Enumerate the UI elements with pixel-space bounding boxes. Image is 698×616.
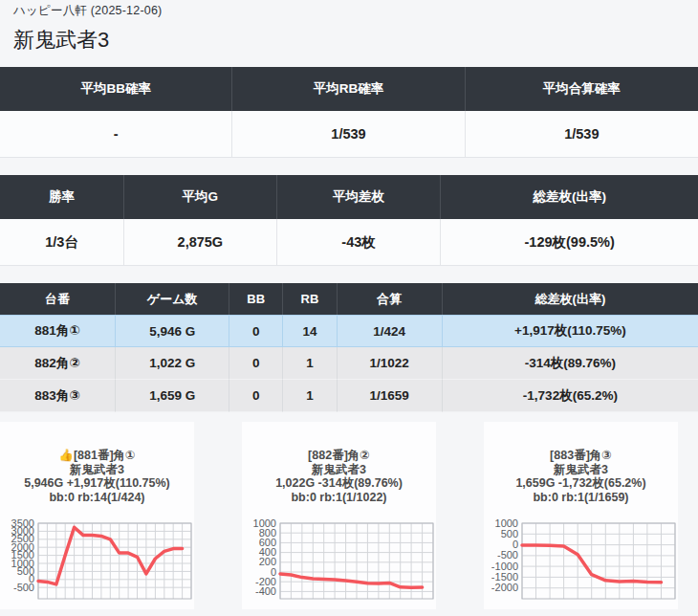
card-machine-name: 新鬼武者3 [0,463,194,477]
column-header: ゲーム数 [116,283,229,315]
diff-medals: +1,917枚(110.75%) [443,315,698,347]
game-count: 1,022 G [116,347,229,380]
combined-rate: 1/1659 [338,380,443,412]
machine-list-table: 台番 ゲーム数 BB RB 合算 総差枚(出率) 881角① 5,946 G 0… [0,283,698,412]
rb-count: 1 [283,347,337,380]
card-stats: 5,946G +1,917枚(110.75%) [0,476,194,491]
combined-rate: 1/1022 [338,347,443,380]
column-header: 総差枚(出率) [443,283,698,315]
avg-combined-probability-value: 1/539 [466,111,698,158]
column-header: BB [229,283,283,315]
probability-summary-table: 平均BB確率 平均RB確率 平均合算確率 - 1/539 1/539 [0,67,698,158]
machine-number: 883角③ [0,380,116,412]
column-header: 平均合算確率 [466,67,698,111]
machine-card-882: [882番]角② 新鬼武者3 1,022G -314枚(89.76%) bb:0… [242,422,436,609]
card-machine-name: 新鬼武者3 [484,463,678,477]
rb-count: 1 [283,380,337,412]
column-header: 平均差枚 [277,175,442,219]
svg-text:-2000: -2000 [491,582,518,593]
avg-diff-medals-value: -43枚 [277,219,442,266]
table-row: 1/3台 2,875G -43枚 -129枚(99.5%) [0,219,698,266]
page-header: ハッピー八軒 (2025-12-06) 新鬼武者3 [0,0,698,55]
column-header: 平均G [124,175,277,219]
slump-graph-883: 10005000-500-1000-1500-2000 [484,517,678,605]
column-header: 平均RB確率 [232,67,465,111]
slump-graph-882: 10008006004002000-200-400 [242,517,436,605]
svg-text:0: 0 [513,539,518,550]
combined-rate: 1/424 [338,315,443,347]
store-date-label: ハッピー八軒 (2025-12-06) [13,3,698,19]
slump-graph-cards: 👍[881番]角① 新鬼武者3 5,946G +1,917枚(110.75%) … [0,422,698,609]
svg-text:-1000: -1000 [491,561,518,572]
card-title: [882番]角② [242,449,436,463]
rb-count: 14 [283,315,337,347]
column-header: 合算 [338,283,443,315]
bb-count: 0 [229,347,283,380]
table-row: - 1/539 1/539 [0,111,698,158]
bb-count: 0 [229,380,283,412]
card-bonus-stats: bb:0 rb:1(1/1659) [484,491,678,505]
diff-medals: -1,732枚(65.2%) [443,380,698,412]
slump-graph-881: 3500300025002000150010005000-500 [0,517,194,605]
avg-rb-probability-value: 1/539 [232,111,465,158]
svg-text:1000: 1000 [495,517,518,529]
card-stats: 1,659G -1,732枚(65.2%) [484,476,678,491]
machine-card-881: 👍[881番]角① 新鬼武者3 5,946G +1,917枚(110.75%) … [0,422,194,609]
column-header: 勝率 [0,175,124,219]
page-title: 新鬼武者3 [13,26,698,55]
svg-text:-1500: -1500 [491,571,518,583]
diff-medals: -314枚(89.76%) [443,347,698,380]
card-bonus-stats: bb:0 rb:1(1/1022) [242,491,436,505]
machine-card-883: [883番]角③ 新鬼武者3 1,659G -1,732枚(65.2%) bb:… [484,422,678,609]
svg-text:500: 500 [501,528,518,539]
machine-row-882[interactable]: 882角② 1,022 G 0 1 1/1022 -314枚(89.76%) [0,347,698,380]
machine-data-page: ハッピー八軒 (2025-12-06) 新鬼武者3 平均BB確率 平均RB確率 … [0,0,698,616]
total-diff-medals-value: -129枚(99.5%) [441,219,698,266]
bb-count: 0 [229,315,283,347]
machine-row-881[interactable]: 881角① 5,946 G 0 14 1/424 +1,917枚(110.75%… [0,315,698,347]
card-bonus-stats: bb:0 rb:14(1/424) [0,491,194,505]
card-stats: 1,022G -314枚(89.76%) [242,476,436,491]
column-header: RB [283,283,337,315]
column-header: 平均BB確率 [0,67,232,111]
avg-bb-probability-value: - [0,111,232,158]
card-machine-name: 新鬼武者3 [242,463,436,477]
column-header: 台番 [0,283,116,315]
column-header: 総差枚(出率) [441,175,698,219]
svg-text:-500: -500 [497,549,518,561]
game-count: 5,946 G [116,315,229,347]
svg-text:-400: -400 [255,585,276,597]
stats-summary-table: 勝率 平均G 平均差枚 総差枚(出率) 1/3台 2,875G -43枚 -12… [0,175,698,266]
svg-text:-500: -500 [13,582,34,593]
avg-games-value: 2,875G [124,219,277,266]
game-count: 1,659 G [116,380,229,412]
machine-number: 881角① [0,315,116,347]
win-rate-value: 1/3台 [0,219,124,266]
card-title: 👍[881番]角① [0,449,194,463]
card-title: [883番]角③ [484,449,678,463]
machine-row-883[interactable]: 883角③ 1,659 G 0 1 1/1659 -1,732枚(65.2%) [0,380,698,412]
machine-number: 882角② [0,347,116,380]
